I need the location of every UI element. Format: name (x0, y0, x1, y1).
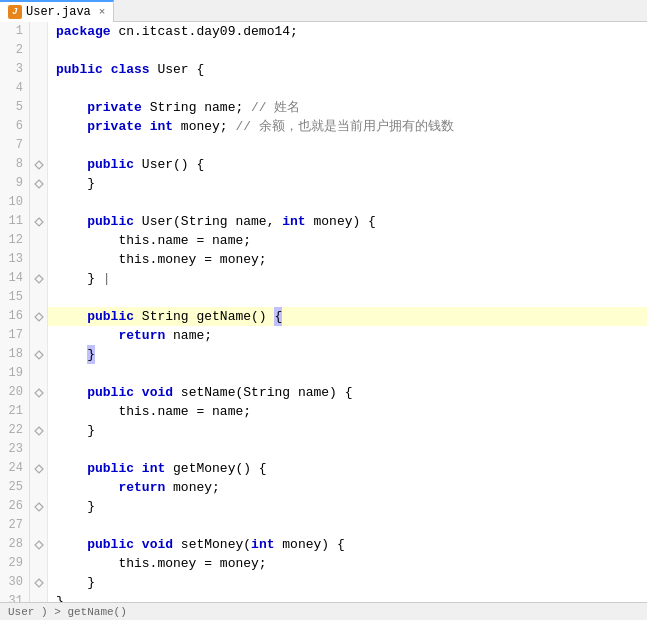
code-line: this.money = money; (48, 250, 647, 269)
gutter-item (30, 269, 47, 288)
svg-marker-3 (35, 275, 43, 283)
line-number: 18 (0, 345, 29, 364)
svg-marker-5 (35, 351, 43, 359)
svg-marker-0 (35, 161, 43, 169)
line-number: 27 (0, 516, 29, 535)
gutter-item (30, 440, 47, 459)
gutter-item (30, 516, 47, 535)
code-line: package cn.itcast.day09.demo14; (48, 22, 647, 41)
gutter-item (30, 497, 47, 516)
gutter-item (30, 478, 47, 497)
code-line: this.name = name; (48, 402, 647, 421)
gutter-item (30, 554, 47, 573)
line-number: 16 (0, 307, 29, 326)
line-number: 1 (0, 22, 29, 41)
gutter-item (30, 402, 47, 421)
status-text: User ) > getName() (8, 606, 127, 618)
code-line: return money; (48, 478, 647, 497)
code-line (48, 136, 647, 155)
code-line: public class User { (48, 60, 647, 79)
code-line: private int money; // 余额，也就是当前用户拥有的钱数 (48, 117, 647, 136)
svg-marker-2 (35, 218, 43, 226)
gutter-item (30, 250, 47, 269)
file-tab[interactable]: J User.java × (0, 0, 114, 22)
code-line: public User() { (48, 155, 647, 174)
java-file-icon: J (8, 5, 22, 19)
line-number: 6 (0, 117, 29, 136)
code-line: return name; (48, 326, 647, 345)
line-number: 23 (0, 440, 29, 459)
editor-area: 1234567891011121314151617181920212223242… (0, 22, 647, 620)
code-line: public int getMoney() { (48, 459, 647, 478)
line-number: 24 (0, 459, 29, 478)
code-line: } (48, 421, 647, 440)
line-number: 25 (0, 478, 29, 497)
gutter-item (30, 174, 47, 193)
gutter-column (30, 22, 48, 620)
line-numbers-column: 1234567891011121314151617181920212223242… (0, 22, 30, 620)
code-line: this.name = name; (48, 231, 647, 250)
line-number: 3 (0, 60, 29, 79)
code-line (48, 288, 647, 307)
line-number: 4 (0, 79, 29, 98)
line-number: 17 (0, 326, 29, 345)
code-line: } (48, 345, 647, 364)
code-line: this.money = money; (48, 554, 647, 573)
code-content[interactable]: package cn.itcast.day09.demo14;public cl… (48, 22, 647, 620)
gutter-item (30, 193, 47, 212)
code-line (48, 364, 647, 383)
code-line: } (48, 174, 647, 193)
code-line: public String getName() { (48, 307, 647, 326)
status-bar: User ) > getName() (0, 602, 647, 620)
gutter-item (30, 288, 47, 307)
line-number: 5 (0, 98, 29, 117)
gutter-item (30, 535, 47, 554)
line-number: 19 (0, 364, 29, 383)
line-number: 30 (0, 573, 29, 592)
line-number: 20 (0, 383, 29, 402)
code-line (48, 193, 647, 212)
code-line: public User(String name, int money) { (48, 212, 647, 231)
gutter-item (30, 98, 47, 117)
tab-filename: User.java (26, 5, 91, 19)
line-number: 13 (0, 250, 29, 269)
tab-close-button[interactable]: × (99, 6, 106, 18)
line-number: 12 (0, 231, 29, 250)
code-line: private String name; // 姓名 (48, 98, 647, 117)
tab-bar: J User.java × (0, 0, 647, 22)
line-number: 7 (0, 136, 29, 155)
gutter-item (30, 212, 47, 231)
gutter-item (30, 326, 47, 345)
code-line: public void setName(String name) { (48, 383, 647, 402)
gutter-item (30, 345, 47, 364)
line-number: 10 (0, 193, 29, 212)
code-line (48, 79, 647, 98)
line-number: 28 (0, 535, 29, 554)
line-number: 14 (0, 269, 29, 288)
gutter-item (30, 79, 47, 98)
gutter-item (30, 421, 47, 440)
code-line: } (48, 497, 647, 516)
gutter-item (30, 383, 47, 402)
code-line: } (48, 573, 647, 592)
svg-marker-11 (35, 579, 43, 587)
gutter-item (30, 60, 47, 79)
svg-marker-4 (35, 313, 43, 321)
gutter-item (30, 459, 47, 478)
svg-marker-1 (35, 180, 43, 188)
gutter-item (30, 117, 47, 136)
gutter-item (30, 41, 47, 60)
line-number: 15 (0, 288, 29, 307)
gutter-item (30, 136, 47, 155)
svg-marker-7 (35, 427, 43, 435)
gutter-item (30, 307, 47, 326)
code-line: public void setMoney(int money) { (48, 535, 647, 554)
line-number: 22 (0, 421, 29, 440)
line-number: 11 (0, 212, 29, 231)
line-number: 29 (0, 554, 29, 573)
code-line (48, 41, 647, 60)
code-line: } | (48, 269, 647, 288)
line-number: 2 (0, 41, 29, 60)
gutter-item (30, 364, 47, 383)
svg-marker-9 (35, 503, 43, 511)
